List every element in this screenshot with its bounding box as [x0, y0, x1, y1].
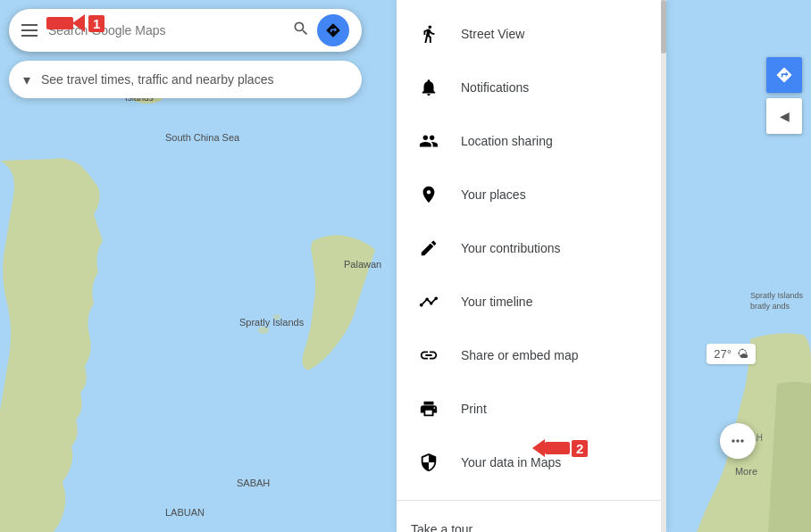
- chevron-left-button[interactable]: ◀: [766, 98, 802, 134]
- more-button[interactable]: [720, 423, 756, 459]
- menu-item-street-view-label: Street View: [461, 27, 524, 41]
- menu-item-location-sharing[interactable]: Location sharing: [397, 114, 665, 168]
- menu-item-your-contributions[interactable]: Your contributions: [397, 221, 665, 275]
- edit-icon: [411, 230, 447, 266]
- right-controls: ◀: [757, 0, 811, 532]
- menu-item-your-timeline[interactable]: Your timeline: [397, 275, 665, 328]
- menu-item-share-embed-label: Share or embed map: [461, 348, 579, 362]
- person-icon: [411, 16, 447, 52]
- people-icon: [411, 123, 447, 159]
- menu-icon-section: Street View Notifications Location shari…: [397, 0, 665, 496]
- temperature: 27°: [714, 347, 732, 361]
- menu-item-your-places-label: Your places: [461, 187, 526, 202]
- svg-point-2: [273, 314, 280, 320]
- travel-bar[interactable]: ▾ See travel times, traffic and nearby p…: [9, 61, 362, 98]
- directions-button[interactable]: [317, 14, 349, 46]
- annotation-arrow-2: 2: [532, 439, 588, 457]
- menu-item-print-label: Print: [461, 402, 487, 416]
- menu-item-notifications-label: Notifications: [461, 80, 529, 95]
- directions-button-right[interactable]: [766, 57, 802, 93]
- menu-item-timeline-label: Your timeline: [461, 295, 532, 309]
- annotation-arrow-1: 1: [46, 14, 105, 32]
- menu-simple-section: Take a tour Language 🈯 Tips and tricks G…: [397, 504, 665, 532]
- weather-icon: 🌤: [737, 347, 748, 361]
- svg-point-1: [258, 327, 269, 334]
- menu-item-your-data[interactable]: Your data in Maps: [397, 436, 665, 489]
- search-bar: 1: [9, 9, 362, 52]
- menu-item-notifications[interactable]: Notifications: [397, 61, 665, 114]
- menu-item-contributions-label: Your contributions: [461, 241, 561, 255]
- print-icon: [411, 391, 447, 427]
- pin-icon: [411, 177, 447, 212]
- shield-icon: [411, 445, 447, 480]
- menu-divider: [397, 500, 665, 501]
- menu-item-take-tour[interactable]: Take a tour: [397, 511, 665, 532]
- travel-text: See travel times, traffic and nearby pla…: [41, 72, 273, 87]
- menu-item-share-embed[interactable]: Share or embed map: [397, 328, 665, 382]
- search-button[interactable]: [292, 20, 310, 41]
- sidebar-menu: Street View Notifications Location shari…: [397, 0, 665, 532]
- menu-item-your-places[interactable]: Your places: [397, 168, 665, 221]
- link-icon: [411, 337, 447, 373]
- scroll-thumb[interactable]: [661, 0, 666, 54]
- chevron-down-icon: ▾: [23, 71, 30, 88]
- menu-item-street-view[interactable]: Street View: [397, 7, 665, 61]
- menu-item-your-data-label: Your data in Maps: [461, 455, 561, 470]
- menu-item-print[interactable]: Print: [397, 382, 665, 436]
- timeline-icon: [411, 284, 447, 320]
- bell-icon: [411, 70, 447, 105]
- hamburger-button[interactable]: [21, 24, 38, 37]
- menu-item-location-sharing-label: Location sharing: [461, 134, 553, 148]
- weather-widget: 27° 🌤: [706, 344, 756, 364]
- scroll-track[interactable]: [661, 0, 666, 532]
- more-label: More: [735, 466, 757, 477]
